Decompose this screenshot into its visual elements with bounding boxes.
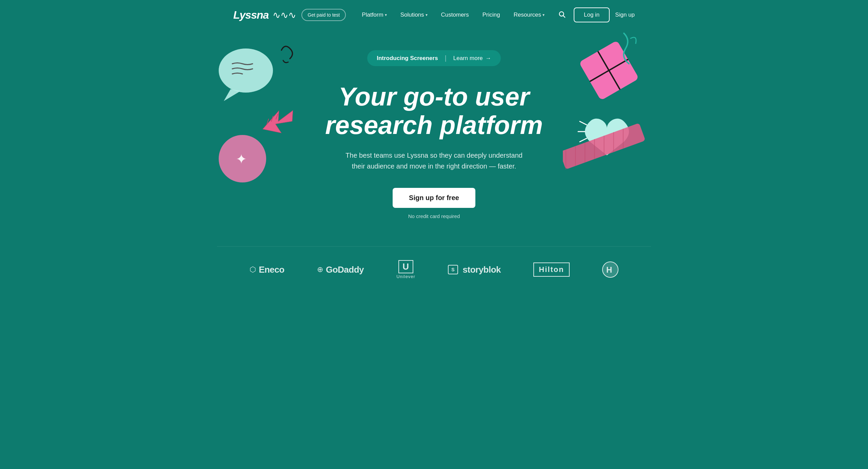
introducing-text: Introducing Screeners (377, 55, 438, 62)
logo-unilever: U Unilever (396, 260, 415, 279)
svg-line-18 (578, 143, 591, 163)
svg-point-2 (219, 48, 273, 93)
svg-line-20 (598, 136, 611, 156)
godaddy-icon: ⊕ (317, 265, 323, 274)
nav-item-platform[interactable]: Platform ▾ (356, 9, 392, 21)
arrow-right-icon: → (486, 55, 491, 62)
svg-point-0 (559, 12, 564, 16)
search-icon[interactable] (555, 8, 568, 22)
svg-line-21 (607, 132, 620, 152)
svg-line-22 (617, 129, 630, 149)
svg-line-1 (564, 16, 565, 17)
chevron-down-icon: ▾ (426, 13, 428, 17)
svg-line-19 (588, 139, 601, 159)
chevron-down-icon: ▾ (385, 13, 387, 17)
eneco-icon: ⬡ (250, 265, 256, 274)
learn-more-link[interactable]: Learn more → (453, 55, 491, 62)
svg-rect-9 (579, 40, 639, 101)
introducing-banner: Introducing Screeners | Learn more → (367, 50, 501, 66)
eneco-name: Eneco (259, 265, 284, 275)
nav-links: Platform ▾ Solutions ▾ Customers Pricing… (356, 9, 550, 21)
svg-line-5 (270, 116, 275, 121)
partial-logo-icon: H (602, 261, 618, 278)
svg-line-6 (275, 114, 279, 119)
logo-godaddy: ⊕ GoDaddy (317, 265, 364, 275)
hero-deco-right (563, 30, 651, 199)
nav-link-resources[interactable]: Resources ▾ (508, 9, 550, 21)
svg-line-14 (580, 138, 587, 142)
svg-line-4 (265, 119, 270, 124)
svg-line-10 (590, 52, 628, 89)
svg-text:H: H (606, 265, 612, 274)
logo-storyblok: S storyblok (448, 265, 501, 275)
svg-line-12 (580, 121, 587, 125)
nav-item-customers[interactable]: Customers (436, 9, 474, 21)
signup-button[interactable]: Sign up (615, 12, 635, 18)
nav-item-resources[interactable]: Resources ▾ (508, 9, 550, 21)
navbar: Lyssna ∿∿∿ Get paid to test Platform ▾ S… (217, 0, 651, 30)
svg-line-16 (563, 150, 572, 170)
storyblok-icon: S (448, 265, 458, 274)
hero-deco-left: ✦ (217, 30, 305, 199)
logo-squiggle: ∿∿∿ (273, 9, 296, 21)
logo-hilton: Hilton (533, 262, 569, 277)
hero-subtitle: The best teams use Lyssna so they can de… (342, 150, 526, 172)
divider: | (445, 54, 447, 62)
hero-section: ✦ (217, 30, 651, 246)
nav-link-pricing[interactable]: Pricing (477, 9, 506, 21)
nav-item-solutions[interactable]: Solutions ▾ (395, 9, 433, 21)
storyblok-name: storyblok (463, 265, 501, 275)
svg-line-11 (590, 52, 628, 89)
hilton-name: Hilton (533, 262, 569, 277)
logo-eneco: ⬡ Eneco (250, 265, 284, 275)
no-credit-card-text: No credit card required (408, 213, 460, 219)
signup-free-button[interactable]: Sign up for free (393, 188, 475, 208)
svg-rect-15 (563, 123, 646, 169)
unilever-name: Unilever (396, 274, 415, 279)
svg-text:✦: ✦ (236, 152, 247, 167)
logos-section: ⬡ Eneco ⊕ GoDaddy U Unilever S storyblok… (217, 246, 651, 293)
get-paid-button[interactable]: Get paid to test (301, 9, 346, 21)
nav-item-pricing[interactable]: Pricing (477, 9, 506, 21)
hero-title: Your go-to user research platform (315, 82, 553, 139)
svg-point-7 (219, 135, 266, 182)
nav-link-customers[interactable]: Customers (436, 9, 474, 21)
svg-line-17 (569, 146, 582, 166)
nav-link-platform[interactable]: Platform ▾ (356, 9, 392, 21)
logo-text: Lyssna (233, 9, 269, 21)
svg-marker-3 (224, 89, 241, 101)
chevron-down-icon: ▾ (542, 13, 545, 17)
login-button[interactable]: Log in (574, 7, 610, 22)
unilever-u: U (398, 260, 413, 273)
godaddy-name: GoDaddy (326, 265, 364, 275)
logo-partial: H (602, 261, 618, 278)
nav-right: Log in Sign up (555, 7, 635, 22)
nav-link-solutions[interactable]: Solutions ▾ (395, 9, 433, 21)
logo-area: Lyssna ∿∿∿ Get paid to test (233, 9, 346, 21)
